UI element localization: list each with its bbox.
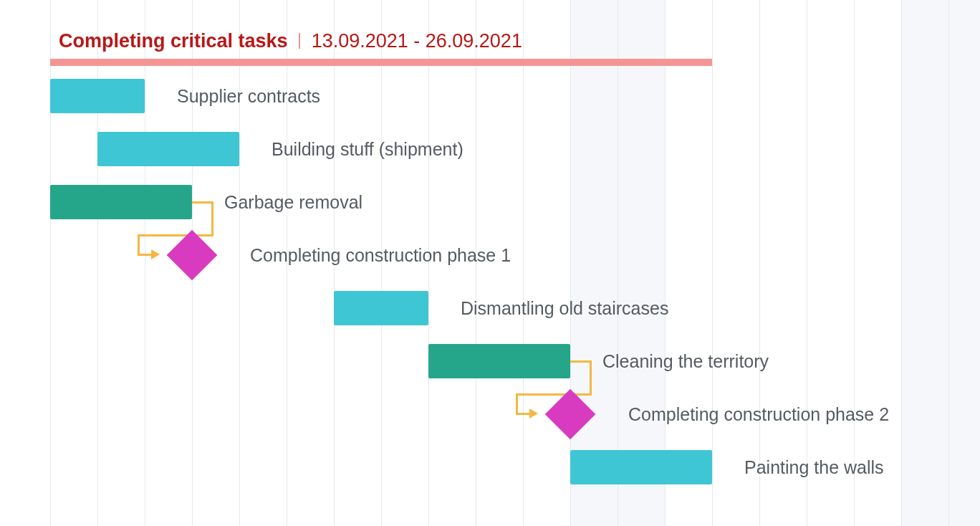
gridline — [759, 0, 760, 526]
dependency-connector — [570, 360, 592, 363]
gridline — [665, 0, 666, 526]
gridline — [570, 0, 571, 526]
dependency-arrow-icon — [151, 249, 160, 259]
chart-title-text: Completing critical tasks — [59, 30, 288, 52]
chart-title: Completing critical tasks 13.09.2021 - 2… — [59, 30, 522, 52]
dependency-connector — [516, 393, 518, 415]
task-bar-painting[interactable] — [570, 450, 712, 484]
dependency-arrow-icon — [529, 408, 538, 419]
task-bar-garbage[interactable] — [50, 185, 192, 219]
milestone-phase1[interactable] — [167, 230, 218, 281]
task-label: Supplier contracts — [177, 79, 320, 113]
gridline — [807, 0, 807, 526]
task-label: Dismantling old staircases — [461, 291, 668, 325]
task-bar-dismantle[interactable] — [334, 291, 428, 325]
summary-bar[interactable] — [50, 59, 712, 66]
gridline — [712, 0, 713, 526]
gridline — [948, 0, 949, 526]
dependency-connector — [590, 360, 592, 396]
task-label: Building stuff (shipment) — [272, 132, 463, 166]
gridline — [618, 0, 618, 526]
task-bar-supplier[interactable] — [50, 79, 145, 113]
task-bar-building[interactable] — [97, 132, 239, 166]
chart-date-range: 13.09.2021 - 26.09.2021 — [312, 30, 522, 52]
gridline — [901, 0, 902, 526]
task-label: Garbage removal — [224, 185, 362, 219]
gantt-chart: Completing critical tasks 13.09.2021 - 2… — [0, 0, 980, 526]
title-separator — [299, 33, 300, 49]
task-label: Painting the walls — [744, 450, 884, 484]
dependency-connector — [516, 393, 592, 396]
task-label: Completing construction phase 2 — [628, 397, 889, 431]
task-bar-cleaning[interactable] — [428, 344, 570, 378]
gridline — [523, 0, 524, 526]
dependency-connector — [138, 234, 140, 256]
dependency-connector — [138, 234, 213, 236]
weekend-shade — [901, 0, 980, 526]
dependency-connector — [211, 201, 213, 236]
gridline — [145, 0, 145, 526]
task-label: Completing construction phase 1 — [250, 238, 511, 272]
gridline — [854, 0, 855, 526]
dependency-connector — [192, 201, 213, 204]
task-label: Cleaning the territory — [602, 344, 769, 378]
